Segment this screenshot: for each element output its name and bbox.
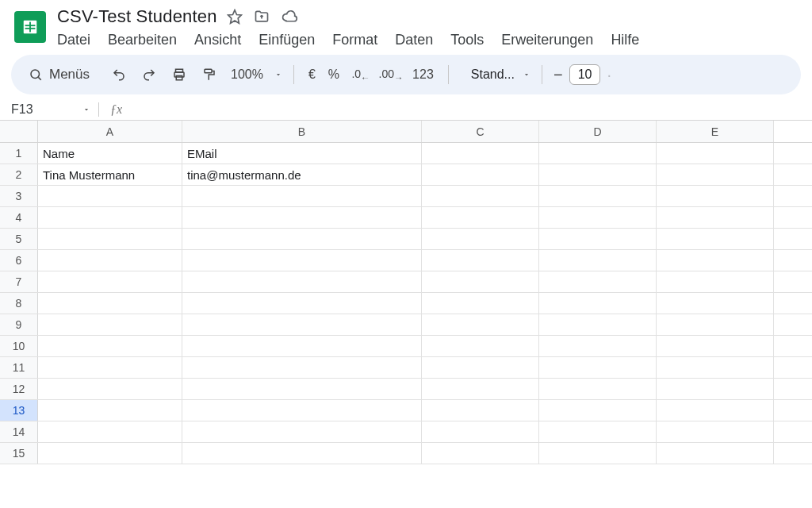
cell[interactable]: [38, 186, 182, 206]
row-header[interactable]: 15: [0, 443, 38, 464]
row-header[interactable]: 4: [0, 207, 38, 228]
cell[interactable]: [539, 357, 657, 378]
cell[interactable]: [38, 336, 182, 356]
menu-ansicht[interactable]: Ansicht: [194, 32, 241, 48]
menu-daten[interactable]: Daten: [395, 32, 433, 48]
column-header-B[interactable]: B: [182, 121, 422, 142]
cell[interactable]: [657, 400, 774, 421]
column-header-A[interactable]: A: [38, 121, 182, 142]
currency-button[interactable]: €: [305, 67, 319, 82]
cell[interactable]: [422, 207, 539, 228]
paint-format-button[interactable]: [197, 63, 221, 87]
cell[interactable]: [422, 229, 539, 249]
cell[interactable]: [182, 314, 422, 335]
cell[interactable]: [657, 207, 774, 228]
cell[interactable]: [422, 421, 539, 442]
cell[interactable]: [38, 421, 182, 442]
font-size-decrease[interactable]: −: [553, 66, 563, 84]
cell[interactable]: [422, 293, 539, 314]
cell[interactable]: [657, 336, 774, 356]
cell[interactable]: [657, 271, 774, 292]
decrease-decimal-button[interactable]: .0←: [349, 63, 373, 87]
increase-decimal-button[interactable]: .00→: [379, 63, 403, 87]
cell[interactable]: [539, 443, 657, 464]
cell[interactable]: [182, 250, 422, 271]
font-size-input[interactable]: 10: [569, 64, 601, 85]
cell[interactable]: [38, 314, 182, 335]
menu-bearbeiten[interactable]: Bearbeiten: [108, 32, 177, 48]
name-box[interactable]: F13: [11, 102, 98, 117]
cell[interactable]: [182, 271, 422, 292]
select-all-corner[interactable]: [0, 121, 38, 142]
cell[interactable]: [38, 443, 182, 464]
row-header[interactable]: 10: [0, 336, 38, 356]
cell[interactable]: [657, 186, 774, 206]
row-header[interactable]: 3: [0, 186, 38, 206]
cell[interactable]: [38, 357, 182, 378]
row-header[interactable]: 7: [0, 271, 38, 292]
zoom-dropdown[interactable]: 100%: [228, 67, 282, 82]
cell[interactable]: [182, 379, 422, 399]
cell[interactable]: [422, 400, 539, 421]
sheets-logo[interactable]: [14, 11, 46, 43]
menu-tools[interactable]: Tools: [450, 32, 484, 48]
cell[interactable]: [182, 293, 422, 314]
cell[interactable]: [539, 400, 657, 421]
cell[interactable]: [657, 164, 774, 185]
percent-button[interactable]: %: [325, 67, 343, 82]
cell[interactable]: [539, 336, 657, 356]
cell[interactable]: [539, 186, 657, 206]
row-header[interactable]: 1: [0, 143, 38, 164]
cell[interactable]: [657, 421, 774, 442]
column-header-C[interactable]: C: [422, 121, 539, 142]
cell[interactable]: [657, 357, 774, 378]
menu-hilfe[interactable]: Hilfe: [611, 32, 639, 48]
menus-search[interactable]: Menüs: [25, 64, 101, 86]
cell[interactable]: tina@mustermann.de: [182, 164, 422, 185]
menu-einfuegen[interactable]: Einfügen: [259, 32, 315, 48]
cell[interactable]: [657, 314, 774, 335]
row-header[interactable]: 9: [0, 314, 38, 335]
cell[interactable]: [38, 271, 182, 292]
cell[interactable]: [38, 207, 182, 228]
cell[interactable]: [38, 229, 182, 249]
row-header[interactable]: 6: [0, 250, 38, 271]
cell[interactable]: [539, 379, 657, 399]
cell[interactable]: Tina Mustermann: [38, 164, 182, 185]
cell[interactable]: [38, 250, 182, 271]
cell[interactable]: [539, 293, 657, 314]
cell[interactable]: Name: [38, 143, 182, 164]
cell[interactable]: [38, 400, 182, 421]
cell[interactable]: [539, 229, 657, 249]
font-dropdown[interactable]: Stand...: [471, 67, 515, 82]
cell[interactable]: [539, 271, 657, 292]
cell[interactable]: [422, 271, 539, 292]
row-header[interactable]: 2: [0, 164, 38, 185]
row-header[interactable]: 5: [0, 229, 38, 249]
cell[interactable]: [182, 443, 422, 464]
cell[interactable]: [657, 229, 774, 249]
row-header[interactable]: 13: [0, 400, 38, 421]
undo-button[interactable]: [107, 63, 131, 87]
cell[interactable]: [657, 379, 774, 399]
cell[interactable]: [539, 164, 657, 185]
cell[interactable]: [182, 336, 422, 356]
cloud-status-icon[interactable]: [281, 9, 298, 25]
cell[interactable]: [422, 186, 539, 206]
row-header[interactable]: 8: [0, 293, 38, 314]
star-icon[interactable]: [227, 9, 243, 25]
cell[interactable]: [657, 443, 774, 464]
menu-datei[interactable]: Datei: [57, 32, 90, 48]
cell[interactable]: [182, 229, 422, 249]
cell[interactable]: [182, 421, 422, 442]
cell[interactable]: [422, 379, 539, 399]
cell[interactable]: [539, 207, 657, 228]
cell[interactable]: [657, 143, 774, 164]
column-header-D[interactable]: D: [539, 121, 657, 142]
cell[interactable]: [422, 336, 539, 356]
cell[interactable]: [422, 250, 539, 271]
redo-button[interactable]: [137, 63, 161, 87]
row-header[interactable]: 11: [0, 357, 38, 378]
cell[interactable]: [182, 400, 422, 421]
cell[interactable]: [182, 357, 422, 378]
